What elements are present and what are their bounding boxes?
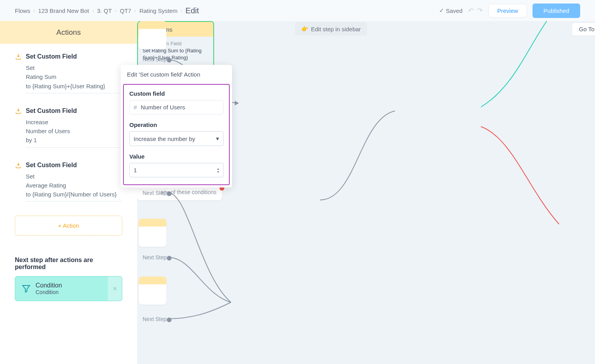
- topbar-right: ✓ Saved ↶ ↷ Preview Published: [439, 4, 580, 18]
- sidebar: Actions Set Custom Field Set Rating Sum …: [0, 21, 137, 364]
- goto-button[interactable]: Go To Ba: [572, 22, 595, 36]
- sidebar-action-desc: Increase Number of Users by 1: [26, 118, 122, 148]
- chevron-right-icon: ›: [115, 7, 117, 14]
- next-step-condition[interactable]: Condition Condition ×: [15, 276, 122, 301]
- pointing-hand-icon: 👉: [301, 25, 309, 32]
- value-value: 1: [134, 167, 137, 173]
- next-step-label: Next Step: [143, 56, 166, 62]
- value-input[interactable]: 1 ▴ ▾: [129, 163, 223, 177]
- custom-field-input[interactable]: # Number of Users: [129, 100, 223, 114]
- saved-status: ✓ Saved: [439, 7, 463, 14]
- close-icon: ×: [113, 285, 117, 293]
- output-port[interactable]: [167, 256, 172, 261]
- breadcrumb-item[interactable]: QT7: [120, 7, 131, 14]
- breadcrumb-item[interactable]: 123 Brand New Bot: [38, 7, 89, 14]
- sidebar-action-desc: Set Rating Sum to {Rating Sum}+{User Rat…: [26, 63, 122, 93]
- breadcrumb-current: Edit: [186, 6, 199, 15]
- set-field-icon: [15, 53, 22, 60]
- topbar: Flows › 123 Brand New Bot › 3. QT › QT7 …: [0, 0, 595, 21]
- output-port[interactable]: [167, 58, 172, 62]
- edit-step-chip[interactable]: 👉 Edit step in sidebar: [295, 22, 367, 36]
- undo-redo: ↶ ↷: [468, 6, 483, 15]
- canvas[interactable]: 👉 Edit step in sidebar Go To Ba Next Ste…: [137, 21, 595, 364]
- custom-field-label: Custom field: [129, 90, 223, 97]
- condition-sub: Condition: [36, 289, 62, 295]
- redo-icon[interactable]: ↷: [477, 6, 483, 15]
- sidebar-action-item[interactable]: Set Custom Field Increase Number of User…: [15, 107, 122, 148]
- chevron-right-icon: ›: [92, 7, 94, 14]
- sidebar-action-title: Set Custom Field: [26, 53, 77, 60]
- set-field-icon: [15, 162, 22, 169]
- next-step-heading: Next step after actions are performed: [15, 257, 122, 271]
- number-stepper[interactable]: ▴ ▾: [217, 167, 219, 173]
- sidebar-action-desc: Set Average Rating to {Rating Sum}/{Numb…: [26, 172, 122, 202]
- custom-field-value: Number of Users: [141, 104, 185, 111]
- sidebar-body: Set Custom Field Set Rating Sum to {Rati…: [0, 44, 137, 305]
- breadcrumb: Flows › 123 Brand New Bot › 3. QT › QT7 …: [15, 6, 199, 15]
- next-step-label: Next Step: [143, 316, 166, 322]
- flow-node[interactable]: [139, 219, 166, 247]
- next-step-label: Next Step: [143, 254, 166, 261]
- operation-value: Increase the number by: [134, 136, 195, 142]
- flow-node[interactable]: [139, 277, 166, 305]
- saved-label: Saved: [446, 7, 463, 14]
- funnel-icon: [21, 284, 31, 293]
- sidebar-action-title: Set Custom Field: [26, 162, 77, 169]
- svg-marker-0: [235, 101, 239, 105]
- chevron-right-icon: ›: [134, 7, 136, 14]
- remove-condition-button[interactable]: ×: [108, 277, 122, 301]
- output-port[interactable]: [167, 318, 172, 322]
- chevron-right-icon: ›: [33, 7, 35, 14]
- sidebar-header: Actions: [0, 21, 137, 44]
- sidebar-action-item[interactable]: Set Custom Field Set Rating Sum to {Rati…: [15, 53, 122, 93]
- breadcrumb-item[interactable]: Flows: [15, 7, 30, 14]
- flow-node[interactable]: [139, 21, 166, 49]
- operation-label: Operation: [129, 121, 223, 128]
- edit-step-label: Edit step in sidebar: [311, 26, 361, 32]
- value-label: Value: [129, 153, 223, 160]
- hash-icon: #: [134, 104, 137, 111]
- preview-button[interactable]: Preview: [488, 4, 527, 18]
- sidebar-action-title: Set Custom Field: [26, 107, 77, 114]
- add-action-button[interactable]: + Action: [15, 216, 122, 236]
- popover-title: Edit 'Set custom field' Action: [121, 65, 232, 84]
- check-icon: ✓: [439, 7, 444, 14]
- chevron-right-icon: ›: [180, 7, 182, 14]
- sidebar-action-item[interactable]: Set Custom Field Set Average Rating to {…: [15, 162, 122, 202]
- edit-action-popover: Edit 'Set custom field' Action Custom fi…: [121, 65, 232, 187]
- published-button[interactable]: Published: [532, 4, 580, 18]
- chevron-down-icon[interactable]: ▾: [217, 170, 219, 173]
- breadcrumb-item[interactable]: 3. QT: [97, 7, 112, 14]
- operation-select[interactable]: Increase the number by ▾: [129, 131, 223, 146]
- chevron-down-icon: ▾: [216, 135, 219, 142]
- set-field-icon: [15, 107, 22, 114]
- undo-icon[interactable]: ↶: [468, 6, 474, 15]
- breadcrumb-item[interactable]: Rating System: [139, 7, 178, 14]
- condition-title: Condition: [36, 282, 62, 289]
